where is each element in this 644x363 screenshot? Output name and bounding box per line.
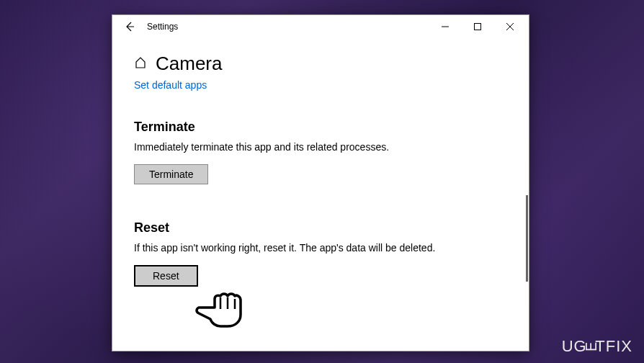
page-title: Camera bbox=[156, 53, 222, 75]
maximize-button[interactable] bbox=[461, 15, 493, 38]
terminate-section: Terminate Immediately terminate this app… bbox=[134, 120, 507, 184]
back-button[interactable] bbox=[118, 15, 141, 38]
window-title: Settings bbox=[147, 22, 178, 32]
terminate-description: Immediately terminate this app and its r… bbox=[134, 140, 444, 154]
reset-heading: Reset bbox=[134, 220, 507, 236]
svg-rect-0 bbox=[474, 24, 480, 30]
terminate-heading: Terminate bbox=[134, 120, 507, 135]
maximize-icon bbox=[474, 23, 481, 30]
page-header: Camera bbox=[134, 53, 507, 75]
terminate-button[interactable]: Terminate bbox=[134, 164, 208, 184]
close-icon bbox=[506, 23, 514, 30]
window-controls bbox=[429, 15, 526, 38]
close-button[interactable] bbox=[493, 15, 526, 38]
reset-section: Reset If this app isn't working right, r… bbox=[134, 220, 507, 287]
reset-button[interactable]: Reset bbox=[134, 265, 198, 287]
reset-description: If this app isn't working right, reset i… bbox=[134, 241, 444, 255]
home-icon bbox=[134, 56, 147, 72]
minimize-button[interactable] bbox=[429, 15, 461, 38]
minimize-icon bbox=[442, 23, 449, 30]
watermark: UGETFIX bbox=[562, 337, 632, 356]
set-default-apps-link[interactable]: Set default apps bbox=[134, 79, 507, 91]
scrollbar[interactable] bbox=[526, 195, 528, 282]
watermark-text-suffix: TFIX bbox=[595, 337, 632, 356]
back-arrow-icon bbox=[124, 21, 135, 32]
titlebar: Settings bbox=[112, 15, 529, 38]
content-area: Camera Set default apps Terminate Immedi… bbox=[112, 38, 529, 351]
settings-window: Settings Camera Set default apps Termina… bbox=[112, 14, 529, 351]
watermark-text-e: E bbox=[581, 341, 600, 351]
